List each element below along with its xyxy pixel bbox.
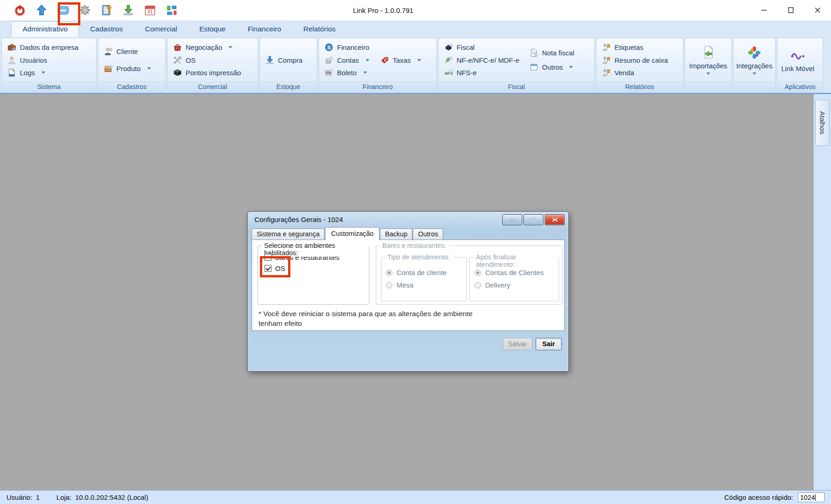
tab-estoque[interactable]: Estoque — [188, 22, 237, 37]
ribbon-item-resumo-de-caixa[interactable]: Resumo de caixa — [597, 55, 682, 65]
ribbon-group-relatorios: Etiquetas Resumo de caixa Venda — [596, 38, 683, 92]
window-icon — [530, 63, 538, 72]
power-icon — [14, 4, 26, 16]
radio-row-contas-de-clientes[interactable]: Contas de Clientes — [475, 269, 559, 276]
tab-cadastros[interactable]: Cadastros — [79, 22, 134, 37]
annotation-highlight-os — [260, 256, 290, 277]
usuario-value: 1 — [36, 493, 40, 501]
window-close-button[interactable] — [804, 0, 831, 20]
ribbon-item-pontos-impressao[interactable]: Pontos impressão — [169, 68, 257, 78]
credentials-icon — [101, 4, 113, 16]
usuario-label: Usuário: — [6, 493, 32, 501]
ribbon-item-financeiro[interactable]: S Financeiro — [320, 42, 435, 52]
window-title: Link Pro - 1.0.0.791 — [323, 0, 443, 20]
ribbon-item-os[interactable]: OS — [169, 55, 257, 65]
import-button[interactable] — [121, 3, 135, 17]
groupbox-legend: Após finalizar atendimento: — [474, 253, 559, 268]
loja-label: Loja: — [56, 493, 72, 501]
dialog-close-button[interactable] — [545, 214, 565, 225]
ribbon-group-financeiro: S Financeiro Contas — [319, 38, 437, 92]
ribbon-item-etiquetas[interactable]: Etiquetas — [597, 42, 682, 52]
tab-financeiro[interactable]: Financeiro — [237, 22, 292, 37]
chevron-down-icon — [569, 66, 573, 68]
sair-button[interactable]: Sair — [536, 338, 562, 350]
ribbon-group-comercial: Negociação OS Pontos impressão — [167, 38, 258, 92]
dialog-tab-backup[interactable]: Backup — [380, 228, 412, 240]
chevron-down-icon — [366, 59, 369, 61]
modules-icon — [166, 4, 178, 16]
mesa-radio[interactable] — [386, 282, 392, 288]
ribbon-item-logs[interactable]: Logs — [3, 68, 95, 78]
modules-button[interactable] — [165, 3, 179, 17]
ribbon-group-fiscal: Fiscal NF-e/NFC-e/ MDF-e NFS NFS-e — [438, 38, 595, 92]
power-button[interactable] — [13, 3, 27, 17]
window-maximize-button[interactable] — [777, 0, 804, 20]
chevron-down-icon — [753, 72, 756, 75]
product-box-icon — [104, 64, 113, 73]
quick-code-label: Código acesso rápido: — [724, 493, 793, 501]
ribbon-item-integracoes[interactable]: Integrações — [735, 39, 774, 81]
dialog-maximize-button[interactable] — [524, 214, 543, 225]
client-icon — [104, 47, 113, 56]
ribbon-item-compra[interactable]: Compra — [261, 55, 316, 65]
ribbon-item-taxas[interactable]: $ Taxas — [376, 55, 424, 65]
dialog-tab-customizacao[interactable]: Customização — [325, 227, 379, 240]
groupbox-legend: Tipo de atendimento: — [385, 253, 452, 261]
chevron-down-icon — [363, 72, 367, 74]
ribbon-group-label — [734, 82, 775, 91]
update-button[interactable] — [35, 3, 48, 17]
finance-icon: S — [325, 43, 333, 52]
groupbox-legend: Bares e restaurantes: — [380, 242, 449, 249]
annotation-highlight-settings — [58, 2, 80, 25]
ribbon-item-negociacao[interactable]: Negociação — [169, 42, 257, 52]
ribbon-item-nfse[interactable]: NFS NFS-e — [440, 68, 525, 78]
report-icon — [602, 43, 611, 52]
ribbon-group-label: Aplicativos — [777, 82, 823, 91]
text-caret — [815, 494, 816, 501]
up-arrow-icon — [36, 4, 48, 16]
dialog-tab-outros[interactable]: Outros — [413, 228, 443, 240]
atalhos-tab[interactable]: Atalhos — [815, 100, 830, 146]
calendar-icon: 31 — [144, 4, 156, 16]
radio-row-delivery[interactable]: Delivery — [475, 281, 559, 289]
nota-fiscal-icon — [530, 48, 538, 57]
ribbon-item-outros[interactable]: Outros — [525, 62, 593, 72]
ribbon-item-nota-fiscal[interactable]: Nota fiscal — [525, 48, 593, 58]
groupbox-legend: Selecione os ambientes habilitados: — [262, 242, 369, 257]
ribbon-item-cliente[interactable]: Cliente — [99, 47, 164, 56]
dialog-minimize-button[interactable] — [502, 214, 522, 225]
radio-row-mesa[interactable]: Mesa — [386, 281, 466, 289]
conta-de-cliente-radio[interactable] — [386, 270, 392, 276]
ribbon-item-boleto[interactable]: Boleto — [320, 68, 435, 78]
ribbon-group-label: Estoque — [260, 82, 317, 91]
configuracoes-gerais-dialog: Configurações Gerais - 1024 Sistema e se… — [247, 211, 569, 372]
ribbon-group-label — [685, 82, 731, 91]
salvar-button[interactable]: Salvar — [503, 338, 532, 350]
ribbon-item-contas[interactable]: Contas — [320, 55, 372, 65]
chevron-down-icon — [42, 72, 45, 74]
loja-value: 10.0.0.202:5432 (Local) — [75, 493, 148, 501]
quick-code-input[interactable]: 1024 — [798, 492, 825, 502]
tab-comercial[interactable]: Comercial — [134, 22, 188, 37]
dialog-tab-sistema-e-seguranca[interactable]: Sistema e segurança — [252, 228, 325, 240]
ribbon-item-link-movel[interactable]: Link Móvel — [778, 39, 817, 81]
import-tray-icon — [122, 4, 134, 16]
ribbon-item-nfe[interactable]: NF-e/NFC-e/ MDF-e — [440, 55, 525, 65]
calendar-button[interactable]: 31 — [143, 3, 157, 17]
radio-row-conta-de-cliente[interactable]: Conta de cliente — [386, 269, 466, 276]
settings-gear-icon — [79, 4, 91, 16]
ribbon-item-venda[interactable]: Venda — [597, 68, 682, 78]
restart-note: * Você deve reiniciar o sistema para que… — [259, 309, 473, 329]
credentials-button[interactable] — [100, 3, 114, 17]
ribbon-item-produto[interactable]: Produto — [99, 64, 164, 73]
ribbon-item-usuarios[interactable]: Usuários — [3, 55, 95, 65]
tab-relatorios[interactable]: Relatórios — [292, 22, 347, 37]
window-minimize-button[interactable] — [751, 0, 777, 20]
contas-de-clientes-radio[interactable] — [475, 270, 481, 276]
maximize-icon — [530, 217, 537, 222]
ribbon-item-fiscal[interactable]: Fiscal — [440, 42, 525, 52]
ribbon-item-dados-da-empresa[interactable]: Dados da empresa — [3, 42, 95, 52]
delivery-radio[interactable] — [475, 282, 481, 288]
ribbon-item-importacoes[interactable]: Importações — [686, 39, 730, 81]
ribbon-group-estoque: Compra Estoque — [259, 38, 317, 92]
